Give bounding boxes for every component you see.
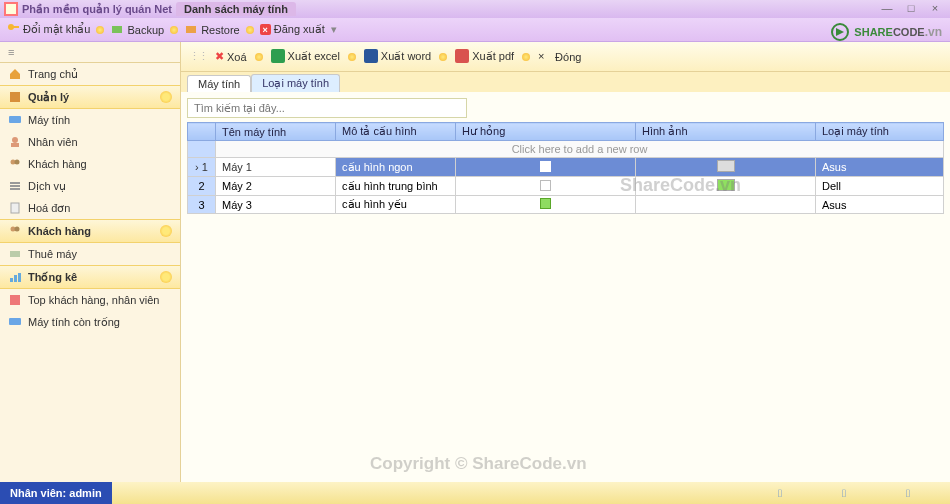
col-desc[interactable]: Mô tả cấu hình (336, 123, 456, 141)
tab-content: Tên máy tính Mô tả cấu hình Hư hỏng Hình… (181, 92, 950, 482)
minimize-button[interactable]: — (876, 1, 898, 15)
cell-desc[interactable]: cấu hình trung bình (336, 177, 456, 196)
svg-rect-19 (10, 251, 20, 257)
svg-point-12 (15, 160, 20, 165)
search-input[interactable] (187, 98, 467, 118)
svg-rect-4 (112, 26, 122, 33)
separator-icon (96, 26, 104, 34)
cell-broken[interactable] (456, 158, 636, 177)
cell-desc[interactable]: cấu hình ngon (336, 158, 456, 177)
col-indicator[interactable] (188, 123, 216, 141)
svg-point-18 (15, 227, 20, 232)
svg-rect-16 (11, 203, 19, 213)
app-title: Phần mềm quản lý quán Net (22, 3, 172, 16)
sidebar-item-services[interactable]: Dịch vụ (0, 175, 180, 197)
sidebar-item-computers[interactable]: Máy tính (0, 109, 180, 131)
thumbnail-icon (717, 160, 735, 172)
button-label: Xuất word (381, 50, 431, 63)
users-icon (8, 224, 22, 238)
close-button[interactable]: ×Đóng (538, 50, 581, 64)
checkbox-icon[interactable] (540, 161, 551, 172)
grip-icon: ⋮⋮ (189, 50, 207, 63)
menu-label: Restore (201, 24, 240, 36)
maximize-button[interactable]: □ (900, 1, 922, 15)
status-bar: Nhân viên: admin 𓆝𓆟𓆝 (0, 482, 950, 504)
cell-name[interactable]: Máy 3 (216, 196, 336, 214)
col-name[interactable]: Tên máy tính (216, 123, 336, 141)
cell-name[interactable]: Máy 2 (216, 177, 336, 196)
computer-icon (8, 113, 22, 127)
sidebar-item-customers-2[interactable]: Khách hàng (0, 219, 180, 243)
tab-strip: Máy tính Loại máy tính (181, 72, 950, 92)
svg-rect-22 (18, 273, 21, 282)
menu-restore[interactable]: Restore (184, 22, 240, 38)
sidebar-item-free[interactable]: Máy tính còn trống (0, 311, 180, 333)
grid-header-row: Tên máy tính Mô tả cấu hình Hư hỏng Hình… (188, 123, 944, 141)
sidebar-item-home[interactable]: Trang chủ (0, 63, 180, 85)
table-row[interactable]: › 1 Máy 1 cấu hình ngon Asus (188, 158, 944, 177)
home-icon (8, 67, 22, 81)
svg-rect-21 (14, 275, 17, 282)
toolbar: ⋮⋮ ✖Xoá Xuất excel Xuất word Xuất pdf ×Đ… (181, 42, 950, 72)
export-pdf-button[interactable]: Xuất pdf (455, 49, 514, 65)
tab-computers[interactable]: Máy tính (187, 75, 251, 92)
col-image[interactable]: Hình ảnh (636, 123, 816, 141)
sidebar-item-stats[interactable]: Thống kê (0, 265, 180, 289)
col-type[interactable]: Loại máy tính (816, 123, 944, 141)
cell-type[interactable]: Dell (816, 177, 944, 196)
sidebar-item-label: Máy tính (28, 114, 70, 126)
cell-desc[interactable]: cấu hình yếu (336, 196, 456, 214)
data-grid[interactable]: Tên máy tính Mô tả cấu hình Hư hỏng Hình… (187, 122, 944, 214)
cell-image[interactable] (636, 158, 816, 177)
sidebar: ≡ Trang chủ Quản lý Máy tính Nhân viên K… (0, 42, 181, 482)
delete-button[interactable]: ✖Xoá (215, 50, 247, 63)
fish-icon: 𓆝 (906, 487, 910, 499)
cell-type[interactable]: Asus (816, 196, 944, 214)
sidebar-item-top[interactable]: Top khách hàng, nhân viên (0, 289, 180, 311)
sidebar-item-label: Khách hàng (28, 158, 87, 170)
sidebar-toggle[interactable]: ≡ (0, 42, 180, 63)
menu-label: Đăng xuất (274, 23, 325, 36)
sidebar-item-invoices[interactable]: Hoá đơn (0, 197, 180, 219)
cell-broken[interactable] (456, 196, 636, 214)
export-word-button[interactable]: Xuất word (364, 49, 431, 65)
checkbox-icon[interactable] (540, 198, 551, 209)
cell-type[interactable]: Asus (816, 158, 944, 177)
menu-logout[interactable]: × Đăng xuất (260, 23, 325, 36)
window-close-button[interactable]: × (924, 1, 946, 15)
separator-icon (246, 26, 254, 34)
table-row[interactable]: 2 Máy 2 cấu hình trung bình Dell (188, 177, 944, 196)
svg-rect-20 (10, 278, 13, 282)
cell-broken[interactable] (456, 177, 636, 196)
cell-image[interactable] (636, 196, 816, 214)
grid-new-row[interactable]: Click here to add a new row (188, 141, 944, 158)
table-row[interactable]: 3 Máy 3 cấu hình yếu Asus (188, 196, 944, 214)
sidebar-item-staff[interactable]: Nhân viên (0, 131, 180, 153)
checkbox-icon[interactable] (540, 180, 551, 191)
sidebar-item-rent[interactable]: Thuê máy (0, 243, 180, 265)
menu-change-password[interactable]: Đổi mật khẩu (6, 22, 90, 38)
export-excel-button[interactable]: Xuất excel (271, 49, 340, 65)
svg-rect-13 (10, 182, 20, 184)
tab-computer-types[interactable]: Loại máy tính (251, 74, 340, 92)
fish-icon: 𓆟 (842, 487, 846, 499)
sidebar-item-label: Khách hàng (28, 225, 91, 237)
svg-rect-3 (13, 26, 19, 28)
document-tab[interactable]: Danh sách máy tính (176, 2, 296, 16)
invoice-icon (8, 201, 22, 215)
excel-icon (271, 49, 285, 65)
svg-rect-7 (10, 92, 20, 102)
delete-icon: ✖ (215, 50, 224, 63)
fish-icon: 𓆝 (778, 487, 782, 499)
svg-rect-26 (364, 49, 378, 63)
sidebar-item-manage[interactable]: Quản lý (0, 85, 180, 109)
sidebar-item-customers[interactable]: Khách hàng (0, 153, 180, 175)
button-label: Xuất excel (288, 50, 340, 63)
users-icon (8, 157, 22, 171)
col-broken[interactable]: Hư hỏng (456, 123, 636, 141)
svg-point-9 (12, 137, 18, 143)
menu-backup[interactable]: Backup (110, 22, 164, 38)
dropdown-icon[interactable]: ▾ (331, 23, 337, 36)
cell-name[interactable]: Máy 1 (216, 158, 336, 177)
main-menu: Đổi mật khẩu Backup Restore × Đăng xuất … (0, 18, 950, 42)
